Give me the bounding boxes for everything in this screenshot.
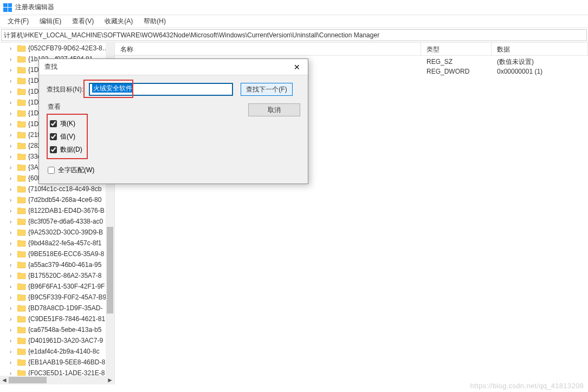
tree-item[interactable]: ›{9bd48a22-fe5a-457c-8f1 xyxy=(0,238,114,249)
tree-item[interactable]: ›{710f4c1c-cc18-4c49-8cb xyxy=(0,184,114,194)
chevron-right-icon: › xyxy=(10,89,16,95)
folder-icon xyxy=(17,293,26,301)
tree-item[interactable]: ›{8c3f057e-d6a6-4338-ac0 xyxy=(0,216,114,227)
tree-item[interactable]: ›{e1daf4c4-2b9a-4140-8c xyxy=(0,346,114,357)
cell-data: (数值未设置) xyxy=(492,57,588,67)
tree-item[interactable]: ›{EB1AAB19-5EE8-46BD-8 xyxy=(0,357,114,368)
close-button[interactable]: ✕ xyxy=(290,61,303,74)
chevron-right-icon: › xyxy=(10,219,16,225)
app-icon xyxy=(3,3,12,12)
checkbox-whole-word-input[interactable] xyxy=(48,167,55,174)
checkbox-keys[interactable]: 项(K) xyxy=(50,117,83,130)
chevron-right-icon: › xyxy=(10,197,16,203)
folder-icon xyxy=(17,120,26,128)
list-header: 名称 类型 数据 xyxy=(115,43,588,56)
chevron-right-icon: › xyxy=(10,349,16,355)
folder-icon xyxy=(17,304,26,312)
tree-item[interactable]: ›{C9DE51F8-7846-4621-81 xyxy=(0,313,114,324)
chevron-right-icon: › xyxy=(10,186,16,192)
menu-favorites[interactable]: 收藏夹(A) xyxy=(99,16,138,27)
tree-item-label: {ca67548a-5ebe-413a-b5 xyxy=(28,326,101,334)
folder-icon xyxy=(17,348,26,355)
menu-view[interactable]: 查看(V) xyxy=(67,16,99,27)
folder-icon xyxy=(17,358,26,366)
chevron-right-icon: › xyxy=(10,305,16,311)
checkbox-whole-word[interactable]: 全字匹配(W) xyxy=(48,166,300,175)
find-target-input[interactable]: 火绒安全软件 xyxy=(89,83,233,96)
menu-edit[interactable]: 编辑(E) xyxy=(34,16,67,27)
folder-icon xyxy=(17,261,26,269)
tree-item[interactable]: ›{9A25302D-30C0-39D9-B xyxy=(0,227,114,238)
chevron-right-icon: › xyxy=(10,165,16,171)
chevron-right-icon: › xyxy=(10,327,16,333)
folder-icon xyxy=(17,228,26,236)
column-name[interactable]: 名称 xyxy=(115,43,421,55)
watermark: https://blog.csdn.net/qq_41813208 xyxy=(470,382,584,390)
tree-item[interactable]: ›{B9C5F339-F0F2-45A7-B9 xyxy=(0,292,114,303)
tree-item[interactable]: ›{052CFB79-9D62-42E3-8… xyxy=(0,43,114,54)
tree-item[interactable]: ›{9BE518E6-ECC6-35A9-8 xyxy=(0,249,114,259)
folder-icon xyxy=(17,239,26,247)
scroll-right-icon[interactable]: ► xyxy=(106,376,114,384)
chevron-right-icon: › xyxy=(10,284,16,290)
selected-text: 火绒安全软件 xyxy=(92,84,133,93)
dialog-title-bar[interactable]: 查找 ✕ xyxy=(39,59,308,75)
folder-icon xyxy=(17,109,26,117)
tree-item[interactable]: ›{ca67548a-5ebe-413a-b5 xyxy=(0,324,114,335)
folder-icon xyxy=(17,337,26,344)
chevron-right-icon: › xyxy=(10,67,16,73)
folder-icon xyxy=(17,164,26,171)
cell-type: REG_DWORD xyxy=(421,68,492,75)
checkbox-data[interactable]: 数据(D) xyxy=(50,143,83,156)
chevron-right-icon: › xyxy=(10,100,16,106)
tree-item-label: {7d2bdb54-268a-4ce6-80 xyxy=(28,196,101,204)
tree-item[interactable]: ›{a55ac379-46b0-461a-95 xyxy=(0,259,114,270)
find-target-label: 查找目标(N): xyxy=(47,85,89,94)
look-at-group: 项(K) 值(V) 数据(D) xyxy=(47,114,88,159)
find-next-button[interactable]: 查找下一个(F) xyxy=(241,83,293,96)
tree-item-label: {9A25302D-30C0-39D9-B xyxy=(28,228,103,236)
title-bar: 注册表编辑器 xyxy=(0,0,588,15)
chevron-right-icon: › xyxy=(10,143,16,149)
chevron-right-icon: › xyxy=(10,78,16,84)
tree-item[interactable]: ›{B96F6FA1-530F-42F1-9F xyxy=(0,281,114,292)
tree-item-label: {D401961D-3A20-3AC7-9 xyxy=(28,337,103,344)
checkbox-keys-input[interactable] xyxy=(50,120,57,127)
tree-item-label: {e1daf4c4-2b9a-4140-8c xyxy=(28,348,99,355)
tree-item[interactable]: ›{BD78A8CD-1D9F-35AD- xyxy=(0,303,114,313)
tree-item[interactable]: ›{B175520C-86A2-35A7-8 xyxy=(0,270,114,281)
cancel-button[interactable]: 取消 xyxy=(248,103,300,116)
window-title: 注册表编辑器 xyxy=(15,3,54,12)
chevron-right-icon: › xyxy=(10,262,16,268)
checkbox-values[interactable]: 值(V) xyxy=(50,130,83,143)
tree-item[interactable]: ›{7d2bdb54-268a-4ce6-80 xyxy=(0,194,114,205)
scroll-track[interactable] xyxy=(9,376,106,384)
tree-item-label: {8c3f057e-d6a6-4338-ac0 xyxy=(28,218,103,225)
checkbox-keys-label: 项(K) xyxy=(60,119,75,128)
chevron-right-icon: › xyxy=(10,251,16,257)
menu-help[interactable]: 帮助(H) xyxy=(138,16,171,27)
chevron-right-icon: › xyxy=(10,121,16,127)
tree-item[interactable]: ›{8122DAB1-ED4D-3676-B xyxy=(0,205,114,216)
tree-horizontal-scrollbar[interactable]: ◄ ► xyxy=(0,376,114,384)
tree-item[interactable]: ›{D401961D-3A20-3AC7-9 xyxy=(0,335,114,346)
tree-item-label: {052CFB79-9D62-42E3-8… xyxy=(28,44,109,52)
scroll-thumb[interactable] xyxy=(107,227,113,313)
scroll-thumb[interactable] xyxy=(9,377,47,383)
folder-icon xyxy=(17,185,26,193)
folder-icon xyxy=(17,326,26,334)
chevron-right-icon: › xyxy=(10,175,16,181)
folder-icon xyxy=(17,44,26,52)
column-type[interactable]: 类型 xyxy=(421,43,492,55)
address-bar[interactable]: 计算机\HKEY_LOCAL_MACHINE\SOFTWARE\WOW6432N… xyxy=(1,29,587,41)
checkbox-values-input[interactable] xyxy=(50,133,57,140)
tree-item-label: {a55ac379-46b0-461a-95 xyxy=(28,261,101,269)
folder-icon xyxy=(17,77,26,84)
chevron-right-icon: › xyxy=(10,230,16,236)
scroll-left-icon[interactable]: ◄ xyxy=(0,376,9,384)
menu-file[interactable]: 文件(F) xyxy=(2,16,34,27)
tree-item-label: {B175520C-86A2-35A7-8 xyxy=(28,272,101,279)
dialog-title: 查找 xyxy=(44,62,57,71)
column-data[interactable]: 数据 xyxy=(492,43,588,55)
checkbox-data-input[interactable] xyxy=(50,146,57,153)
